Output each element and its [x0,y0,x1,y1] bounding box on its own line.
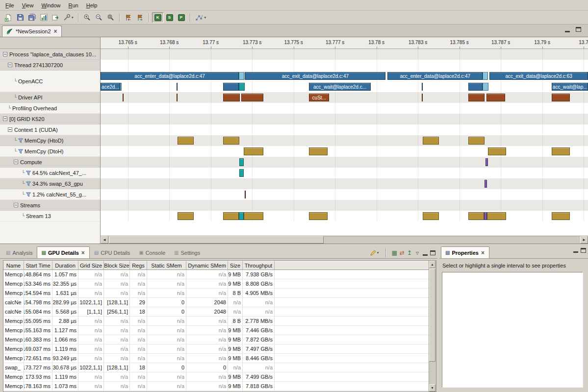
timeline-interval[interactable] [239,212,244,220]
hscroll-thumb[interactable] [109,236,324,244]
menu-window[interactable]: Window [37,1,64,10]
new-session-button[interactable] [2,12,14,23]
timeline-interval[interactable] [223,94,240,101]
tab-analysis[interactable]: ▧ Analysis [1,246,37,258]
column-header-size[interactable]: Size [228,261,243,270]
timeline-interval[interactable] [239,158,244,166]
tree-item-stream-13[interactable]: └Stream 13 [0,211,100,221]
vscroll-thumb[interactable] [429,269,435,362]
table-row[interactable]: calcNe154.798 ms282.99 µs1022,1,1][128,1… [3,298,429,307]
compare-arrows-icon[interactable]: ⇄ [400,250,405,256]
tree-collapse-icon[interactable] [14,203,18,207]
tools-dropdown-button[interactable]: ▾ [61,12,76,23]
session-tab[interactable]: *NewSession2 × [2,25,62,37]
tree-item-kernel-calcnext-55[interactable]: └1.2% calcNext_55_g... [0,189,100,200]
tree-item-compute[interactable]: Compute [0,157,100,168]
timeline-interval[interactable] [244,147,263,155]
properties-minimize-icon[interactable] [573,251,578,253]
tree-item-context-1[interactable]: Context 1 (CUDA) [0,124,100,135]
table-row[interactable]: Memcp153.346 ms32.355 µsn/an/an/an/an/a9… [3,279,429,289]
timeline-interval[interactable] [483,83,488,91]
column-header-grid-size[interactable]: Grid Size [78,261,104,270]
timeline-interval[interactable] [309,212,328,220]
menu-help[interactable]: Help [82,1,102,10]
timeline-interval[interactable] [244,212,263,220]
tree-collapse-icon[interactable] [14,160,18,164]
timeline-interval[interactable] [468,83,483,91]
table-row[interactable]: Memcp173.93 ms1.119 msn/an/an/an/an/a9 M… [3,372,429,382]
timeline-interval[interactable] [177,83,178,91]
profile-chart-button[interactable] [38,12,50,23]
tree-item-process[interactable]: Process "laplace_data_clauses 10... [0,49,100,60]
export-table-icon[interactable]: ↥ [407,250,412,256]
timeline-interval[interactable] [486,158,488,166]
table-row[interactable]: calcNe155.084 ms5.568 µs[1,1,1][256,1,1]… [3,307,429,317]
menu-file[interactable]: File [1,1,18,10]
timeline-interval[interactable] [123,94,124,101]
properties-maximize-icon[interactable] [581,248,586,253]
table-row[interactable]: Memcp178.163 ms1.073 msn/an/an/an/an/a9 … [3,382,429,391]
scroll-down-icon[interactable]: ▼ [429,384,435,392]
table-row[interactable]: Memcp155.095 ms2.88 µsn/an/an/an/an/a8 B… [3,317,429,326]
summary-table-icon[interactable]: ▦ [391,250,397,256]
timeline-interval[interactable] [239,169,244,177]
timeline-interval[interactable]: acc_enter_data@laplace2d.c:47 [387,72,483,80]
export-button[interactable] [50,12,61,23]
highlight-dropdown-button[interactable]: ▾ [368,247,381,258]
scroll-up-icon[interactable]: ▲ [429,261,435,268]
timeline-interval[interactable]: acc_exit_data@laplace2d.c:47 [245,72,385,80]
properties-tab-close-icon[interactable]: × [481,250,485,256]
column-header-start-time[interactable]: Start Time [24,261,52,270]
details-minimize-icon[interactable] [423,254,428,256]
tree-collapse-icon[interactable] [3,117,7,121]
save-all-button[interactable] [26,12,38,23]
save-button[interactable] [14,12,26,23]
timeline-interval[interactable] [468,94,485,101]
column-header-throughput[interactable]: Throughput [243,261,275,270]
timeline-interval[interactable] [486,94,505,101]
menu-run[interactable]: Run [65,1,82,10]
scroll-left-icon[interactable]: ◄ [101,236,108,244]
timeline-interval[interactable] [422,94,423,101]
table-row[interactable]: Memcp154.594 ms1.631 µsn/an/an/an/an/a8 … [3,289,429,298]
next-marker-button[interactable] [134,12,146,23]
tree-item-memcpy-dtoh[interactable]: └MemCpy (DtoH) [0,146,100,157]
timeline-interval[interactable] [239,72,244,80]
timeline-interval[interactable] [178,137,194,145]
tree-collapse-icon[interactable] [8,63,12,67]
zoom-out-button[interactable] [93,12,105,23]
timeline-ruler[interactable]: 13.765 s13.768 s13.77 s13.773 s13.775 s1… [101,37,588,49]
maximize-icon[interactable] [576,27,581,32]
tree-item-kernel-swap-63[interactable]: └34.3% swap_63_gpu [0,178,100,189]
tab-settings[interactable]: ▥ Settings [170,246,205,258]
timeline-interval[interactable] [239,83,245,91]
timeline-interval[interactable] [223,83,239,91]
timeline-interval[interactable] [485,180,487,188]
column-header-regs[interactable]: Regs [130,261,147,270]
timeline-interval[interactable] [423,212,439,220]
timeline-interval[interactable]: acc_exit_data@laplace2d.c:63 [489,72,588,80]
table-row[interactable]: Memcp160.383 ms1.066 msn/an/an/an/an/a9 … [3,335,429,344]
tree-item-memcpy-htod[interactable]: └MemCpy (HtoD) [0,135,100,146]
timeline-interval[interactable]: cuSt... [309,94,329,101]
details-maximize-icon[interactable] [430,250,435,255]
timeline-interval[interactable] [552,147,570,155]
timeline-hscrollbar[interactable]: ◄ ► [101,236,588,244]
table-row[interactable]: Memcp155.163 ms1.127 msn/an/an/an/an/a9 … [3,326,429,335]
view-menu-icon[interactable]: ▽ [414,251,420,255]
table-row[interactable]: Memcp172.651 ms93.249 µsn/an/an/an/an/a9… [3,354,429,363]
timeline-interval[interactable] [223,212,239,220]
toggle-stream-view-button[interactable]: S [164,12,176,23]
tree-item-kernel-calcnext-47[interactable]: └64.5% calcNext_47_... [0,168,100,178]
timeline-interval[interactable]: acc_enter_data@laplace2d.c:47 [101,72,239,80]
timeline-interval[interactable] [423,137,439,145]
toggle-process-view-button[interactable]: P [176,12,187,23]
scroll-right-icon[interactable]: ► [580,236,588,244]
table-row[interactable]: Memcp169.037 ms1.119 msn/an/an/an/an/a9 … [3,344,429,354]
tab-console[interactable]: ▣ Console [134,246,170,258]
timeline-interval[interactable]: ace2d... [101,83,120,91]
timeline-interval[interactable] [120,83,122,91]
timeline-interval[interactable] [223,137,239,145]
column-header-name[interactable]: Name [3,261,24,270]
timeline-interval[interactable] [488,147,506,155]
